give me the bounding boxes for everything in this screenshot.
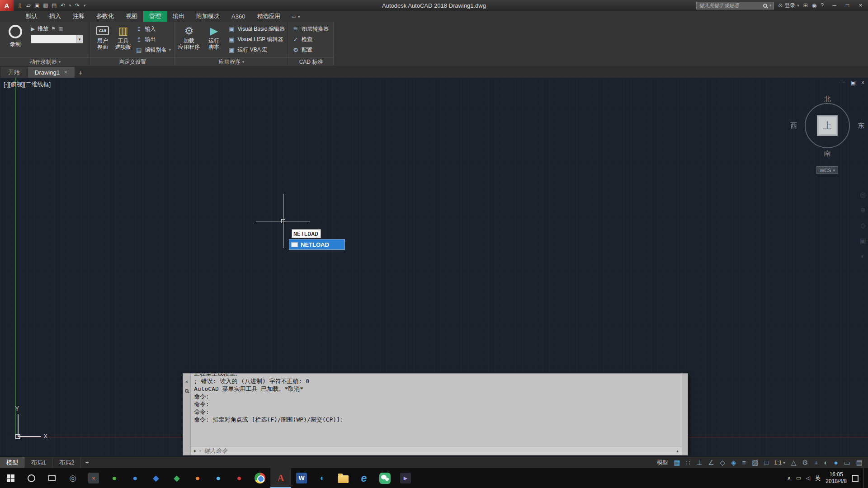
task-view-button[interactable] <box>42 468 62 488</box>
tab-addins[interactable]: 附加模块 <box>190 11 226 22</box>
run-script-button[interactable]: ▶ 运行 脚本 <box>203 23 225 57</box>
pan-icon[interactable]: ⊕ <box>860 206 866 214</box>
panel-title-applications[interactable]: 应用程序▾ <box>175 57 288 66</box>
viewcube-south[interactable]: 南 <box>824 149 831 158</box>
drawing-minimize-icon[interactable]: ─ <box>841 80 845 86</box>
plot-icon[interactable]: ▤ <box>51 2 58 9</box>
panel-title-customization[interactable]: 自定义设置 <box>90 57 175 66</box>
taskbar-app-green-diamond[interactable]: ◆ <box>166 468 187 488</box>
save-icon[interactable]: ▣ <box>33 2 41 9</box>
command-window-close-icon[interactable]: × <box>185 379 188 385</box>
clock[interactable]: 16:05 2018/4/8 <box>826 471 847 485</box>
taskbar-app-media[interactable]: ▶ <box>395 468 416 488</box>
wcs-menu-button[interactable]: WCS▾ <box>816 166 838 174</box>
taskbar-app-editor[interactable]: × <box>83 468 104 488</box>
new-layout-button[interactable]: + <box>81 457 93 468</box>
search-dropdown-icon[interactable]: ▾ <box>769 3 772 8</box>
exchange-apps-icon[interactable]: ⊞ <box>803 2 808 9</box>
taskbar-app-firefox[interactable]: ● <box>187 468 208 488</box>
isolate-objects-icon[interactable]: ◐ <box>824 459 828 466</box>
polar-tracking-icon[interactable]: ∠ <box>708 459 714 467</box>
stay-connected-icon[interactable]: ◉ <box>812 2 816 9</box>
hidden-icons-button[interactable]: ∧ <box>787 475 791 481</box>
file-tab-drawing1[interactable]: Drawing1 × <box>28 67 75 78</box>
redo-icon[interactable]: ↷ <box>74 2 81 9</box>
taskbar-app-music[interactable]: ● <box>229 468 250 488</box>
drawing-canvas[interactable]: Y X [-][俯视][二维线框] ─ ▣ × NETLOAD NETLOAD … <box>0 78 868 456</box>
taskbar-app-green[interactable]: ● <box>104 468 125 488</box>
clean-screen-icon[interactable]: ▭ <box>844 459 850 467</box>
user-interface-button[interactable]: CUI 用户 界面 <box>94 23 111 57</box>
tab-annotate[interactable]: 注释 <box>67 11 90 22</box>
maximize-button[interactable]: □ <box>841 0 854 11</box>
file-tab-start[interactable]: 开始 <box>1 67 28 78</box>
transparency-icon[interactable]: ▨ <box>752 459 758 467</box>
command-options-icon[interactable]: ▾ <box>199 449 202 453</box>
tab-parametric[interactable]: 参数化 <box>90 11 120 22</box>
tab-close-icon[interactable]: × <box>64 69 67 75</box>
edit-aliases-button[interactable]: ▤ 编辑别名 ▾ <box>135 45 171 54</box>
taskbar-app-ie[interactable]: e <box>354 468 374 488</box>
command-scrollbar[interactable] <box>682 374 688 455</box>
search-input[interactable]: 键入关键字或短语 ▾ <box>696 2 774 9</box>
qat-dropdown-icon[interactable]: ▾ <box>82 3 87 8</box>
full-navigation-wheel-icon[interactable]: ◎ <box>860 191 866 199</box>
taskbar-app-browser[interactable]: ◐ <box>312 468 333 488</box>
showmotion-icon[interactable]: ◐ <box>861 252 865 260</box>
volume-icon[interactable]: ◁ <box>806 475 810 481</box>
zoom-extents-icon[interactable]: ◇ <box>860 221 866 230</box>
layout-tab-layout1[interactable]: 布局1 <box>25 457 53 468</box>
visual-lisp-editor-button[interactable]: ▣ Visual LISP 编辑器 <box>228 35 285 44</box>
taskbar-app-autocad[interactable]: A <box>270 468 291 488</box>
tab-view[interactable]: 视图 <box>120 11 143 22</box>
customize-icon[interactable]: ▤ <box>856 459 863 467</box>
visual-basic-editor-button[interactable]: ▣ Visual Basic 编辑器 <box>228 24 285 33</box>
dynamic-command-input[interactable]: NETLOAD <box>292 229 321 238</box>
export-customization-button[interactable]: ↥ 输出 <box>135 35 171 44</box>
command-input-line[interactable]: ▸ ▾ 键入命令 ▴ <box>191 446 682 455</box>
layout-tab-layout2[interactable]: 布局2 <box>53 457 81 468</box>
undo-dropdown-icon[interactable]: ▾ <box>68 3 72 8</box>
load-application-button[interactable]: ⚙ 加载 应用程序 <box>178 23 200 57</box>
tab-featured-apps[interactable]: 精选应用 <box>251 11 286 22</box>
layout-tab-model[interactable]: 模型 <box>0 457 25 468</box>
action-center-icon[interactable] <box>852 475 859 482</box>
orbit-icon[interactable]: ▣ <box>860 237 866 245</box>
recent-commands-icon[interactable]: ▴ <box>676 448 679 453</box>
help-icon[interactable]: ? <box>821 2 824 9</box>
tab-manage[interactable]: 管理 <box>143 11 167 22</box>
tab-a360[interactable]: A360 <box>226 11 251 22</box>
search-icon[interactable] <box>763 4 767 8</box>
input-language-button[interactable]: 英 <box>815 474 821 482</box>
panel-title-action-recorder[interactable]: 动作录制器▾ <box>0 57 90 66</box>
viewcube-east[interactable]: 东 <box>858 122 864 130</box>
close-button[interactable]: × <box>854 0 867 11</box>
taskbar-app-devtool[interactable]: ◆ <box>146 468 166 488</box>
tool-palettes-button[interactable]: ▥ 工具 选项板 <box>115 23 132 57</box>
ribbon-display-toggle[interactable]: ▭ ▾ <box>286 11 305 22</box>
minimize-button[interactable]: ─ <box>828 0 841 11</box>
panel-title-cad-standards[interactable]: CAD 标准 <box>288 57 334 66</box>
lineweight-icon[interactable]: ≡ <box>742 459 746 466</box>
configure-standards-button[interactable]: ⚙ 配置 <box>292 45 329 54</box>
cortana-search-button[interactable] <box>21 468 42 488</box>
taskbar-app-messenger[interactable]: ● <box>125 468 146 488</box>
taskbar-app-file-explorer[interactable] <box>333 468 354 488</box>
tab-insert[interactable]: 插入 <box>43 11 67 22</box>
viewcube-west[interactable]: 西 <box>790 122 797 130</box>
action-macro-combobox[interactable]: ▾ <box>31 35 83 43</box>
selection-cycling-icon[interactable]: □ <box>764 459 768 466</box>
autocomplete-item-netload[interactable]: NETLOAD <box>289 239 344 249</box>
ortho-icon[interactable]: ⊥ <box>696 459 702 467</box>
command-search-icon[interactable] <box>185 389 189 393</box>
annotation-add-icon[interactable]: + <box>814 459 818 466</box>
insert-message-icon[interactable]: ⚑ <box>51 26 56 32</box>
save-as-icon[interactable]: ▥ <box>42 2 49 9</box>
new-icon[interactable]: ▯ <box>16 2 24 9</box>
grid-icon[interactable]: ▦ <box>674 459 680 467</box>
annotation-visibility-icon[interactable]: △ <box>791 459 797 467</box>
import-customization-button[interactable]: ↧ 输入 <box>135 24 171 33</box>
taskbar-app-wechat[interactable] <box>374 468 395 488</box>
macro-manage-icon[interactable]: ▥ <box>58 26 63 32</box>
open-icon[interactable]: ▱ <box>25 2 32 9</box>
